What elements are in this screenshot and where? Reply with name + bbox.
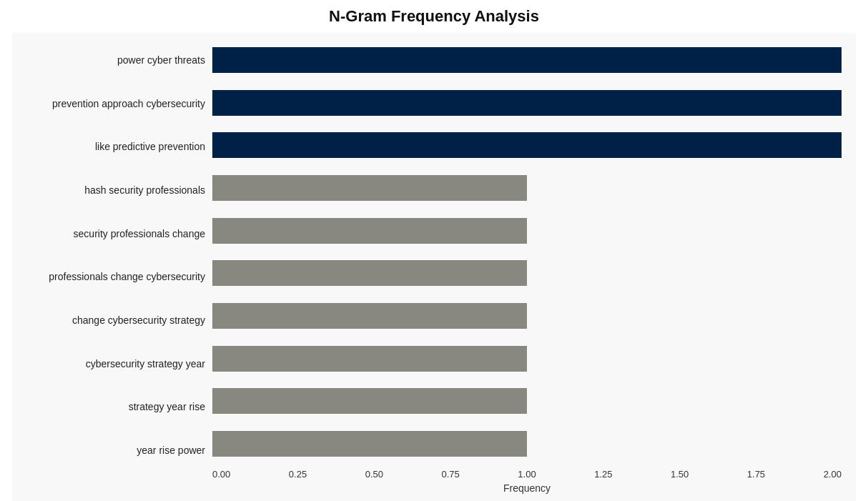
x-tick: 2.00 [824,469,842,480]
x-axis: 0.000.250.500.751.001.251.501.752.00 Fre… [212,465,856,501]
x-tick: 1.25 [594,469,612,480]
y-label: like predictive prevention [19,129,205,166]
bar [212,431,527,457]
bar-row [212,212,842,249]
y-label: hash security professionals [19,172,205,209]
bars-area [212,33,856,465]
bar-row [212,382,842,420]
y-label: change cybersecurity strategy [19,302,205,339]
bar-row [212,84,842,121]
bar-row [212,340,842,377]
bar [212,90,842,116]
x-tick: 1.50 [671,469,689,480]
bar [212,388,527,414]
bar-row [212,41,842,79]
y-label: power cyber threats [19,41,205,79]
y-label: security professionals change [19,215,205,252]
x-tick: 0.75 [441,469,459,480]
bar-row [212,127,842,164]
bar-row [212,297,842,334]
y-label: cybersecurity strategy year [19,345,205,382]
y-axis-labels: power cyber threatsprevention approach c… [12,33,212,501]
bar [212,346,527,372]
x-tick: 0.50 [365,469,383,480]
bar-row [212,425,842,462]
x-tick: 1.75 [747,469,765,480]
bar [212,218,527,244]
chart-area: power cyber threatsprevention approach c… [12,33,856,501]
bar-row [212,169,842,207]
bars-and-xaxis: 0.000.250.500.751.001.251.501.752.00 Fre… [212,33,856,501]
x-tick: 0.25 [289,469,307,480]
bar-row [212,254,842,292]
x-axis-label: Frequency [212,482,842,494]
bar [212,260,527,286]
y-label: prevention approach cybersecurity [19,85,205,122]
x-tick: 0.00 [212,469,230,480]
x-ticks: 0.000.250.500.751.001.251.501.752.00 [212,465,842,481]
y-label: professionals change cybersecurity [19,259,205,296]
bar [212,303,527,329]
chart-title: N-Gram Frequency Analysis [329,7,539,26]
y-label: year rise power [19,432,205,470]
bar [212,175,527,201]
bar [212,132,842,158]
bar [212,47,842,73]
y-label: strategy year rise [19,389,205,426]
chart-container: N-Gram Frequency Analysis power cyber th… [0,0,868,501]
x-tick: 1.00 [518,469,536,480]
